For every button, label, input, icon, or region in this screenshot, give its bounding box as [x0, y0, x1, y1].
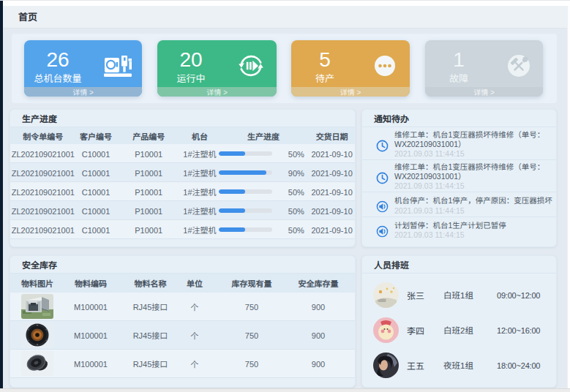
column-header[interactable]: 生产进度 — [218, 130, 309, 142]
notice-time: 2021.09.03 11:44:15 — [394, 206, 553, 215]
progress-bar: 50% — [218, 205, 309, 216]
notice-list: 维修工单：机台1变压器损坏待维修（单号：WX202109031001） 2021… — [362, 127, 556, 241]
stat-detail-link[interactable]: 详情 > — [24, 87, 142, 97]
stat-label: 总机台数量 — [24, 71, 91, 85]
schedule-list: 张三 白班1组 09:00~12:00 李四 白班2组 — [362, 277, 556, 382]
column-header[interactable]: 产品编号 — [116, 130, 181, 142]
avatar-wangwu — [373, 353, 399, 378]
speaker-driver-photo[interactable] — [21, 351, 53, 376]
panel-notices: 通知待办 维修工单：机台1变压器损坏待维修（单号：WX202109031001）… — [361, 109, 557, 247]
staff-name: 李四 — [407, 324, 443, 336]
table-row[interactable]: ZL202109021001 C10001 P10001 1#注塑机 50% 2… — [10, 144, 355, 163]
stat-label: 运行中 — [157, 71, 225, 85]
tab-bar: 首页 — [3, 6, 567, 29]
stat-label: 故障 — [425, 71, 492, 85]
schedule-row[interactable]: 王五 夜班1组 18:00~24:00 — [362, 347, 556, 382]
notice-item[interactable]: 维修工单：机台1变压器损坏待维修（单号：WX202109031001） 2021… — [362, 160, 556, 192]
stat-card-pending[interactable]: 5 待产 详情 > — [291, 40, 410, 97]
table-row[interactable]: M100001 RJ45接口 个 750 900 — [10, 321, 355, 350]
repair-tools-icon — [501, 50, 536, 81]
table-row[interactable]: ZL202109021001 C10001 P10001 1#注塑机 50% 2… — [10, 182, 355, 201]
staff-time: 09:00~12:00 — [497, 289, 540, 301]
speaker-icon — [376, 224, 389, 236]
column-header[interactable]: 机台 — [181, 130, 218, 142]
speaker-icon — [376, 199, 389, 211]
bottom-edge — [0, 388, 570, 392]
collapsed-sidebar[interactable] — [0, 1, 3, 388]
staff-time: 12:00~16:00 — [497, 324, 540, 336]
production-table: 制令单编号 客户编号 产品编号 机台 生产进度 交货日期 ZL202109021… — [10, 127, 355, 239]
panel-production-progress: 生产进度 制令单编号 客户编号 产品编号 机台 生产进度 交货日期 ZL2021… — [10, 109, 356, 247]
clock-icon — [376, 138, 389, 151]
schedule-row[interactable]: 张三 白班1组 09:00~12:00 — [362, 277, 556, 312]
machine-icon — [100, 50, 135, 81]
column-header[interactable]: 物料图片 — [10, 277, 64, 289]
column-header[interactable]: 交货日期 — [309, 130, 355, 142]
table-row[interactable]: ZL202109021001 C10001 P10001 1#注塑机 90% 2… — [10, 163, 355, 182]
panel-title: 人员排班 — [362, 256, 556, 274]
progress-bar: 50% — [218, 148, 309, 159]
column-header[interactable]: 物料名称 — [117, 277, 184, 289]
stat-detail-link[interactable]: 详情 > — [291, 87, 410, 97]
stat-card-fault[interactable]: 1 故障 详情 > — [425, 40, 543, 97]
table-header-row: 物料图片 物料编码 物料名称 单位 库存现有量 安全库存量 — [10, 274, 355, 293]
notice-item[interactable]: 计划暂停：机台1生产计划已暂停 2021.09.03 11:44:15 — [362, 217, 556, 241]
column-header[interactable]: 客户编号 — [76, 130, 116, 142]
stat-value: 1 — [425, 48, 492, 69]
notice-item[interactable]: 维修工单：机台1变压器损坏待维修（单号：WX202109031001） 2021… — [362, 128, 556, 160]
rj45-connector-photo[interactable] — [21, 294, 53, 319]
avatar-lisi — [373, 317, 399, 343]
table-header-row: 制令单编号 客户编号 产品编号 机台 生产进度 交货日期 — [10, 127, 355, 144]
column-header[interactable]: 库存现有量 — [206, 277, 298, 289]
stat-detail-link[interactable]: 详情 > — [425, 87, 543, 97]
stat-value: 26 — [24, 48, 91, 69]
column-header[interactable]: 单位 — [184, 277, 206, 289]
staff-name: 张三 — [407, 289, 443, 301]
staff-time: 18:00~24:00 — [497, 359, 540, 371]
progress-bar: 90% — [218, 167, 309, 178]
stat-card-total-machines[interactable]: 26 总机台数量 详情 > — [24, 40, 142, 97]
progress-bar: 50% — [218, 186, 309, 197]
staff-shift: 夜班1组 — [443, 359, 497, 371]
table-row[interactable]: ZL202109021001 C10001 P10001 1#注塑机 50% 2… — [10, 220, 355, 239]
notice-text: 维修工单：机台1变压器损坏待维修（单号：WX202109031001） — [394, 130, 553, 148]
panel-title: 生产进度 — [10, 110, 355, 127]
ellipsis-circle-icon — [367, 50, 402, 81]
table-row[interactable]: M100001 RJ45接口 个 750 900 — [10, 293, 355, 321]
column-header[interactable]: 制令单编号 — [10, 130, 76, 142]
notice-time: 2021.09.03 11:44:15 — [394, 181, 553, 190]
tab-home[interactable]: 首页 — [3, 6, 37, 27]
notice-text: 维修工单：机台1变压器损坏待维修（单号：WX202109031001） — [394, 162, 553, 181]
column-header[interactable]: 物料编码 — [64, 277, 117, 289]
speaker-front-photo[interactable] — [21, 323, 53, 347]
staff-shift: 白班2组 — [443, 324, 497, 336]
panel-safety-stock: 安全库存 物料图片 物料编码 物料名称 单位 库存现有量 安全库存量 — [10, 255, 356, 388]
column-header[interactable]: 安全库存量 — [298, 277, 339, 289]
staff-shift: 白班1组 — [443, 289, 497, 301]
stat-label: 待产 — [291, 71, 359, 85]
schedule-row[interactable]: 李四 白班2组 12:00~16:00 — [362, 312, 556, 347]
avatar-zhangsan — [373, 282, 399, 308]
notice-text: 机台停产：机台1停产，停产原因：变压器损坏 — [394, 196, 553, 206]
table-row[interactable]: ZL202109021001 C10001 P10001 1#注塑机 50% 2… — [10, 201, 355, 220]
inventory-table: 物料图片 物料编码 物料名称 单位 库存现有量 安全库存量 — [10, 274, 355, 378]
main-content: 26 总机台数量 详情 > 20 运行中 — [3, 29, 567, 388]
scrollbar-track[interactable] — [567, 6, 570, 388]
panel-title: 安全库存 — [10, 256, 355, 274]
stat-value: 5 — [291, 48, 359, 69]
progress-bar: 50% — [218, 224, 309, 235]
notice-time: 2021.09.03 11:44:15 — [394, 230, 553, 239]
stat-detail-link[interactable]: 详情 > — [157, 87, 277, 97]
panel-staff-schedule: 人员排班 张三 白班1组 09:00~12:00 — [361, 255, 557, 388]
stat-value: 20 — [157, 48, 225, 69]
notice-time: 2021.09.03 11:44:15 — [394, 149, 553, 158]
notice-item[interactable]: 机台停产：机台1停产，停产原因：变压器损坏 2021.09.03 11:44:1… — [362, 192, 556, 217]
staff-name: 王五 — [407, 359, 443, 372]
panel-title: 通知待办 — [362, 110, 556, 127]
cycle-arrows-icon — [233, 50, 269, 81]
table-row[interactable]: M100001 RJ45接口 个 750 900 — [10, 350, 355, 378]
clock-icon — [376, 170, 389, 183]
stat-card-running[interactable]: 20 运行中 详情 > — [157, 40, 277, 97]
